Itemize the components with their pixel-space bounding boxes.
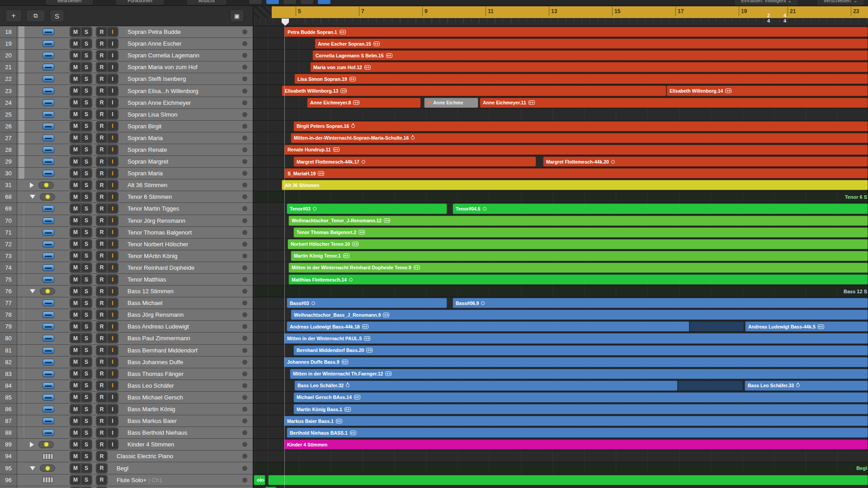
track-header-row[interactable]: 80MSRIBass Paul Zimmermann xyxy=(0,333,253,344)
mute-button[interactable]: M xyxy=(71,358,80,366)
input-monitor-button[interactable]: I xyxy=(108,358,118,366)
track-name[interactable]: Tenor Thomas Balgenort xyxy=(122,227,242,238)
region[interactable]: Tenor#04.5 xyxy=(453,203,868,214)
region[interactable] xyxy=(265,487,277,488)
mute-button[interactable]: M xyxy=(71,452,80,460)
track-onoff-dot[interactable] xyxy=(242,76,247,81)
record-enable-button[interactable]: R xyxy=(97,240,107,249)
record-enable-button[interactable]: R xyxy=(97,169,107,178)
solo-button[interactable]: S xyxy=(81,181,91,189)
mute-button[interactable]: M xyxy=(71,192,80,201)
mute-button[interactable]: M xyxy=(71,440,80,449)
track-onoff-dot[interactable] xyxy=(242,265,247,270)
track-onoff-dot[interactable] xyxy=(242,395,247,400)
record-enable-button[interactable]: R xyxy=(97,134,107,142)
mute-button[interactable]: M xyxy=(71,216,80,225)
track-onoff-dot[interactable] xyxy=(242,206,247,211)
arrange-track-lane[interactable]: Tenor#03Tenor#04.5 xyxy=(254,203,868,215)
arrange-track-lane[interactable]: Anne Escher Sopran.15 xyxy=(254,38,868,50)
track-header-row[interactable]: 94MSRClassic Electric Piano xyxy=(0,450,253,462)
record-enable-button[interactable]: R xyxy=(97,440,107,449)
arrange-track-lane[interactable]: Bass 12 S xyxy=(254,286,868,297)
mute-button[interactable]: M xyxy=(71,464,80,473)
track-name[interactable]: Flute Solo+| Ch1 xyxy=(111,474,242,486)
sub-ruler[interactable] xyxy=(254,18,868,26)
solo-button[interactable]: S xyxy=(81,334,91,343)
region[interactable]: Maria von zum Hof.12 xyxy=(310,62,868,72)
arrange-track-lane[interactable]: Mitten in der Winternacht Th.Faenger.12 xyxy=(254,368,868,380)
arrange-track-lane[interactable]: Petra Budde Sopran.1 xyxy=(254,26,868,38)
track-onoff-dot[interactable] xyxy=(242,112,247,117)
disclosure-open-icon[interactable] xyxy=(30,195,35,199)
solo-button[interactable]: S xyxy=(81,440,91,449)
solo-button[interactable]: S xyxy=(81,157,91,166)
track-name[interactable]: Sopran Maria von zum Hof xyxy=(122,61,242,73)
input-monitor-button[interactable]: I xyxy=(108,39,118,48)
mute-button[interactable]: M xyxy=(71,122,80,131)
record-enable-button[interactable]: R xyxy=(97,204,107,213)
track-header-row[interactable]: 76MSRIBass 12 Stimmen xyxy=(0,286,253,297)
solo-button[interactable]: S xyxy=(81,370,91,378)
add-track-button[interactable]: + xyxy=(5,9,22,22)
track-onoff-dot[interactable] xyxy=(242,371,247,376)
region[interactable]: Anne Escher Sopran.15 xyxy=(315,38,868,49)
track-name[interactable]: Sopran Cornelia Lagemann xyxy=(122,50,242,61)
track-name[interactable]: Bass Berthold Niehaus xyxy=(122,427,242,438)
arrange-track-lane[interactable]: Kinder 4 Stimmen xyxy=(254,439,868,450)
input-monitor-button[interactable]: I xyxy=(108,99,118,107)
track-name[interactable]: Bass Markus Baier xyxy=(122,415,242,427)
mute-button[interactable]: M xyxy=(71,169,80,178)
track-header-row[interactable]: 69MSRITenor Martin Tigges xyxy=(0,203,253,215)
mute-button[interactable]: M xyxy=(71,157,80,166)
region[interactable]: Elisabeth Willenborg.14 xyxy=(666,85,868,96)
arrange-track-lane[interactable]: Norbert Hölscher Tenor.10 xyxy=(254,239,868,250)
record-enable-button[interactable]: R xyxy=(97,145,107,154)
region-inspector-button[interactable]: ▣ xyxy=(230,9,244,22)
track-header-row[interactable]: 25MSRISopran Lisa SImon xyxy=(0,109,253,121)
track-stack-pill[interactable] xyxy=(40,288,55,295)
snap-dropdown-0[interactable]: Einrasten: Intelligent ⌄ xyxy=(734,0,798,6)
arrange-track-lane[interactable]: Cornelia Lagemann S Belm.15 xyxy=(254,50,868,61)
input-monitor-button[interactable]: I xyxy=(108,405,118,413)
track-name[interactable]: Bass Jörg Rensmann xyxy=(122,309,242,320)
track-onoff-dot[interactable] xyxy=(242,336,247,341)
arrange-track-lane[interactable]: Anne Eichmeyer.8Anne EichmeAnne Eichmeye… xyxy=(254,97,868,109)
input-monitor-button[interactable]: I xyxy=(108,287,118,296)
mute-button[interactable]: M xyxy=(71,28,80,36)
record-enable-button[interactable]: R xyxy=(97,63,107,71)
region[interactable]: Renate Hundrup.11 xyxy=(284,145,868,155)
solo-button[interactable]: S xyxy=(81,204,91,213)
mute-button[interactable]: M xyxy=(71,334,80,343)
solo-button[interactable]: S xyxy=(81,275,91,284)
track-onoff-dot[interactable] xyxy=(242,29,247,34)
arrange-track-lane[interactable]: Margret Flottemesch-44k.17Margret Flotte… xyxy=(254,156,868,168)
record-enable-button[interactable]: R xyxy=(97,51,107,60)
track-onoff-dot[interactable] xyxy=(242,348,247,353)
track-name[interactable]: Sopran Anne Eichmeyer xyxy=(122,97,242,108)
record-enable-button[interactable]: R xyxy=(97,428,107,437)
arrange-track-lane[interactable]: Lisa Simon Sopran.19 xyxy=(254,73,868,85)
record-enable-button[interactable]: R xyxy=(97,87,107,95)
track-name[interactable]: Bass 12 Stimmen xyxy=(122,286,242,297)
arrange-track-lane[interactable]: Markus Baier Bass.1 xyxy=(254,415,868,427)
record-enable-button[interactable]: R xyxy=(97,216,107,225)
solo-button[interactable]: S xyxy=(81,145,91,154)
solo-button[interactable]: S xyxy=(81,299,91,307)
region[interactable]: Kinder 4 Stimmen xyxy=(284,439,868,450)
mute-button[interactable]: M xyxy=(71,110,80,119)
region[interactable]: Birgit Peters Sopran.16 xyxy=(293,121,868,131)
track-header-row[interactable]: 29MSRISopran Margret xyxy=(0,156,253,168)
solo-button[interactable]: S xyxy=(81,252,91,260)
arrange-track-lane[interactable]: Bass#03Bass#06.9 xyxy=(254,297,868,309)
solo-button[interactable]: S xyxy=(81,476,91,484)
region[interactable]: Matthias Flottemesch.14 xyxy=(288,274,868,285)
solo-button[interactable]: S xyxy=(81,287,91,296)
input-monitor-button[interactable]: I xyxy=(108,169,118,178)
region[interactable]: Tenor Thomas Balgenort.2 xyxy=(293,227,868,238)
region[interactable]: Andreas Ludewigt Bass-44k.18 xyxy=(287,321,689,332)
input-monitor-button[interactable]: I xyxy=(108,204,118,213)
track-name[interactable]: Sopran Lisa SImon xyxy=(122,109,242,120)
arrange-track-lane[interactable] xyxy=(254,486,868,488)
input-monitor-button[interactable]: I xyxy=(108,334,118,343)
region[interactable]: Anne Eichmeyer.8 xyxy=(307,98,421,108)
